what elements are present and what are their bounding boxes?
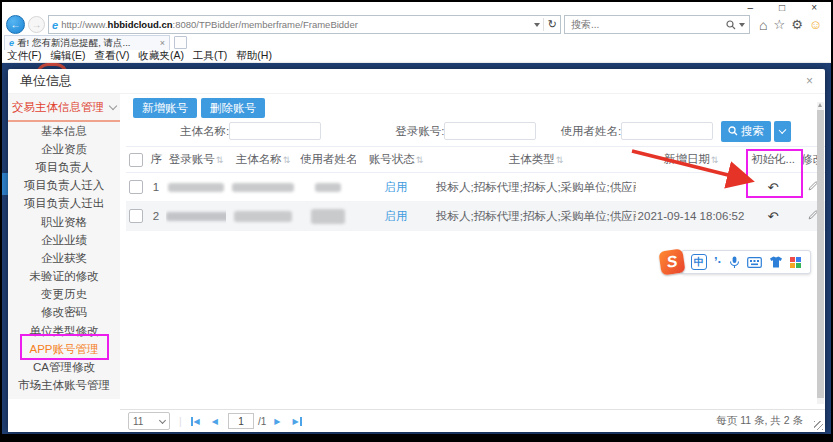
add-account-button[interactable]: 新增账号 (133, 98, 197, 118)
col-create-date[interactable]: 新增日期⇅ (636, 147, 746, 173)
browser-search-input[interactable] (569, 18, 723, 31)
user-name-input[interactable] (621, 122, 713, 140)
first-page-button[interactable]: ◀ (191, 417, 200, 426)
select-all-checkbox[interactable] (129, 153, 143, 167)
row-checkbox[interactable] (129, 209, 143, 223)
status-enabled[interactable]: 启用 (385, 210, 408, 222)
col-subject-type[interactable]: 主体类型⇅ (436, 147, 636, 173)
toolbox-grid-icon[interactable] (790, 257, 801, 268)
ime-punctuation-icon[interactable]: ’· (714, 257, 722, 267)
col-seq[interactable]: 序 (146, 147, 166, 173)
sidebar-item-pm-move-in[interactable]: 项目负责人迁入 (8, 177, 120, 195)
subject-name-input[interactable] (229, 122, 321, 140)
scroll-up-icon[interactable] (818, 103, 822, 107)
chevron-down-icon (779, 126, 787, 134)
address-bar[interactable]: e http://www.hbbidcloud.cn:8080/TPBidder… (48, 15, 561, 34)
menu-favorites[interactable]: 收藏夹(A) (138, 49, 184, 63)
tab-close-icon[interactable]: × (160, 38, 165, 48)
settings-gear-icon[interactable]: ⚙ (791, 17, 803, 32)
panel-header: 单位信息 × (8, 69, 825, 94)
login-account-input[interactable] (444, 122, 536, 140)
menu-file[interactable]: 文件(F) (7, 49, 41, 63)
sort-icon[interactable]: ⇅ (216, 155, 224, 165)
page-size-select[interactable]: 11 (128, 412, 170, 430)
sort-icon[interactable]: ⇅ (416, 155, 424, 165)
window-restore-button[interactable]: □ (779, 3, 785, 13)
keyboard-icon[interactable] (747, 257, 762, 268)
status-enabled[interactable]: 启用 (385, 181, 408, 193)
window-close-button[interactable]: × (811, 3, 817, 13)
search-magnifier-icon[interactable] (726, 20, 736, 30)
sidebar-item-awards[interactable]: 企业获奖 (8, 249, 120, 267)
back-button[interactable]: ← (6, 15, 25, 34)
redacted-user-name (311, 209, 345, 224)
sidebar-item-qualification[interactable]: 企业资质 (8, 140, 120, 158)
scrollbar-thumb[interactable] (817, 110, 824, 398)
sidebar-item-ca-mgmt[interactable]: CA管理修改 (8, 358, 120, 376)
search-dropdown-icon[interactable] (739, 23, 745, 27)
new-tab-button[interactable] (174, 36, 187, 49)
unit-info-panel: 单位信息 × 交易主体信息管理 基本信息 企业资质 项目负责人 项目负责人迁入 … (8, 69, 825, 432)
sidebar-item-change-password[interactable]: 修改密码 (8, 304, 120, 322)
sidebar-item-market-account-mgmt[interactable]: 市场主体账号管理 (8, 377, 120, 395)
sidebar-item-unit-type-change[interactable]: 单位类型修改 (8, 322, 120, 340)
browser-tab[interactable]: e 看! 您有新消息提醒, 请点... × (4, 35, 170, 50)
favorites-star-icon[interactable]: ☆ (773, 17, 785, 32)
prev-page-button[interactable]: ◀ (212, 417, 218, 426)
ime-toolbar-pill: 中 ’· (681, 250, 811, 274)
refresh-icon[interactable]: ↻ (543, 18, 557, 31)
initialize-icon[interactable]: ↶ (768, 209, 779, 224)
microphone-icon[interactable] (729, 256, 740, 269)
delete-account-button[interactable]: 删除账号 (201, 98, 265, 118)
accounts-table: 序 登录账号⇅ 主体名称⇅ 使用者姓名⇅ 账号状态⇅ 主体类型⇅ 新增日期⇅ 初… (126, 146, 825, 231)
sidebar-item-occupation[interactable]: 职业资格 (8, 213, 120, 231)
ime-chinese-mode-icon[interactable]: 中 (691, 254, 707, 270)
subject-name-label: 主体名称: (180, 124, 229, 139)
menu-view[interactable]: 查看(V) (94, 49, 129, 63)
menu-edit[interactable]: 编辑(E) (50, 49, 85, 63)
sidebar-item-app-account-mgmt[interactable]: APP账号管理 (8, 340, 120, 358)
home-icon[interactable]: ⌂ (759, 17, 767, 33)
row-checkbox[interactable] (129, 180, 143, 194)
sidebar-item-basic-info[interactable]: 基本信息 (8, 122, 120, 140)
sidebar-item-change-history[interactable]: 变更历史 (8, 286, 120, 304)
skin-tshirt-icon[interactable] (769, 256, 783, 268)
sort-icon[interactable]: ⇅ (556, 155, 564, 165)
initialize-icon[interactable]: ↶ (768, 180, 779, 195)
sidebar-item-pm-move-out[interactable]: 项目负责人迁出 (8, 195, 120, 213)
forward-button[interactable]: → (28, 16, 45, 33)
url-dropdown-icon[interactable] (534, 23, 540, 27)
sort-icon[interactable]: ⇅ (283, 155, 291, 165)
page-number-input[interactable] (228, 413, 254, 429)
redacted-login (166, 212, 226, 221)
feedback-smiley-icon[interactable]: ☺ (809, 17, 822, 32)
page-viewport: 单位信息 × 交易主体信息管理 基本信息 企业资质 项目负责人 项目负责人迁入 … (2, 63, 831, 434)
panel-close-icon[interactable]: × (806, 74, 813, 88)
menu-help[interactable]: 帮助(H) (236, 49, 272, 63)
col-status[interactable]: 账号状态⇅ (356, 147, 436, 173)
search-button[interactable]: 搜索 (721, 121, 771, 142)
main-content: 新增账号 删除账号 主体名称: 登录账号: 使用者姓名: 搜索 (120, 94, 825, 432)
sidebar: 交易主体信息管理 基本信息 企业资质 项目负责人 项目负责人迁入 项目负责人迁出… (8, 94, 120, 432)
search-options-dropdown-button[interactable] (774, 121, 791, 142)
sogou-logo-icon[interactable]: S (658, 248, 685, 275)
sidebar-item-project-manager[interactable]: 项目负责人 (8, 158, 120, 176)
last-page-button[interactable]: ▶ (292, 417, 301, 426)
next-page-button[interactable]: ▶ (274, 417, 280, 426)
sidebar-item-unverified-changes[interactable]: 未验证的修改 (8, 268, 120, 286)
tab-favicon: e (9, 38, 14, 48)
sort-icon[interactable]: ⇅ (711, 155, 719, 165)
window-minimize-button[interactable]: – (748, 3, 754, 13)
col-user-name[interactable]: 使用者姓名⇅ (300, 147, 356, 173)
browser-search-box[interactable] (564, 15, 750, 34)
sidebar-group-header[interactable]: 交易主体信息管理 (8, 94, 120, 122)
cell-create-date (636, 173, 746, 202)
sidebar-item-performance[interactable]: 企业业绩 (8, 231, 120, 249)
table-row: 1 启用 投标人;招标代理;招标人;采购单位;供应商;采购代理 ↶ (126, 173, 825, 202)
menu-tools[interactable]: 工具(T) (193, 49, 227, 63)
resize-grip-icon[interactable] (814, 421, 823, 430)
vertical-scrollbar[interactable] (817, 102, 824, 404)
col-login[interactable]: 登录账号⇅ (166, 147, 226, 173)
browser-menubar: 文件(F) 编辑(E) 查看(V) 收藏夹(A) 工具(T) 帮助(H) (2, 50, 831, 63)
col-subject-name[interactable]: 主体名称⇅ (226, 147, 300, 173)
